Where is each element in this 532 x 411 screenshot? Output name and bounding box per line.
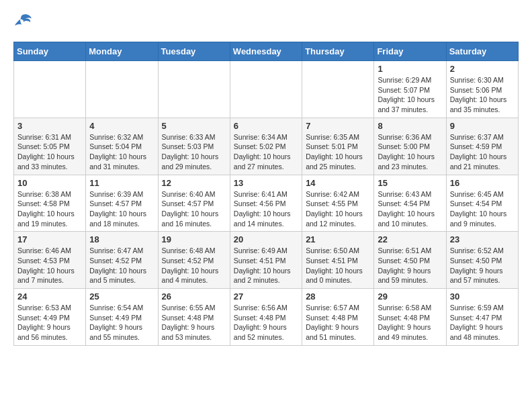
logo-bird-icon <box>13 13 32 28</box>
calendar-cell: 16Sunrise: 6:45 AMSunset: 4:54 PMDayligh… <box>446 175 518 232</box>
day-info: Sunrise: 6:47 AMSunset: 4:52 PMDaylight:… <box>89 246 154 285</box>
calendar-cell: 24Sunrise: 6:53 AMSunset: 4:49 PMDayligh… <box>14 289 86 346</box>
day-number: 3 <box>17 121 82 131</box>
day-number: 10 <box>17 178 82 188</box>
day-number: 30 <box>450 291 515 302</box>
day-info: Sunrise: 6:41 AMSunset: 4:56 PMDaylight:… <box>234 189 298 229</box>
day-number: 7 <box>306 121 370 131</box>
day-info: Sunrise: 6:32 AMSunset: 5:04 PMDaylight:… <box>89 132 154 172</box>
calendar-cell: 15Sunrise: 6:43 AMSunset: 4:54 PMDayligh… <box>374 175 446 232</box>
day-number: 9 <box>450 121 515 131</box>
calendar-cell: 2Sunrise: 6:30 AMSunset: 5:06 PMDaylight… <box>446 61 518 118</box>
calendar-cell: 28Sunrise: 6:57 AMSunset: 4:48 PMDayligh… <box>302 289 374 346</box>
calendar-cell: 18Sunrise: 6:47 AMSunset: 4:52 PMDayligh… <box>86 232 158 289</box>
day-number: 27 <box>234 291 298 302</box>
day-number: 18 <box>89 234 154 244</box>
calendar-cell: 9Sunrise: 6:37 AMSunset: 4:59 PMDaylight… <box>446 118 518 175</box>
day-info: Sunrise: 6:57 AMSunset: 4:48 PMDaylight:… <box>306 303 370 342</box>
day-number: 21 <box>306 234 370 244</box>
day-number: 16 <box>450 178 515 188</box>
day-info: Sunrise: 6:46 AMSunset: 4:53 PMDaylight:… <box>17 246 82 285</box>
calendar-cell: 4Sunrise: 6:32 AMSunset: 5:04 PMDaylight… <box>86 118 158 175</box>
calendar-cell: 22Sunrise: 6:51 AMSunset: 4:50 PMDayligh… <box>374 232 446 289</box>
logo <box>13 13 35 31</box>
calendar-cell <box>86 61 158 118</box>
day-info: Sunrise: 6:40 AMSunset: 4:57 PMDaylight:… <box>162 189 226 229</box>
day-info: Sunrise: 6:31 AMSunset: 5:05 PMDaylight:… <box>17 132 82 172</box>
day-info: Sunrise: 6:35 AMSunset: 5:01 PMDaylight:… <box>306 132 370 172</box>
day-info: Sunrise: 6:42 AMSunset: 4:55 PMDaylight:… <box>306 189 370 229</box>
day-info: Sunrise: 6:50 AMSunset: 4:51 PMDaylight:… <box>306 246 370 285</box>
calendar-cell <box>14 61 86 118</box>
day-number: 23 <box>450 234 515 244</box>
day-info: Sunrise: 6:52 AMSunset: 4:50 PMDaylight:… <box>450 246 515 285</box>
day-number: 28 <box>306 291 370 302</box>
weekday-header-tuesday: Tuesday <box>158 42 230 61</box>
day-number: 22 <box>378 234 442 244</box>
day-info: Sunrise: 6:51 AMSunset: 4:50 PMDaylight:… <box>378 246 442 285</box>
calendar-cell <box>158 61 230 118</box>
calendar-cell: 14Sunrise: 6:42 AMSunset: 4:55 PMDayligh… <box>302 175 374 232</box>
day-info: Sunrise: 6:38 AMSunset: 4:58 PMDaylight:… <box>17 189 82 229</box>
calendar-cell: 19Sunrise: 6:48 AMSunset: 4:52 PMDayligh… <box>158 232 230 289</box>
calendar-cell: 13Sunrise: 6:41 AMSunset: 4:56 PMDayligh… <box>230 175 302 232</box>
weekday-header-sunday: Sunday <box>14 42 86 61</box>
day-number: 26 <box>162 291 226 302</box>
calendar-cell: 25Sunrise: 6:54 AMSunset: 4:49 PMDayligh… <box>86 289 158 346</box>
day-info: Sunrise: 6:48 AMSunset: 4:52 PMDaylight:… <box>162 246 226 285</box>
calendar-cell: 7Sunrise: 6:35 AMSunset: 5:01 PMDaylight… <box>302 118 374 175</box>
day-info: Sunrise: 6:58 AMSunset: 4:48 PMDaylight:… <box>378 303 442 342</box>
weekday-header-friday: Friday <box>374 42 446 61</box>
day-info: Sunrise: 6:37 AMSunset: 4:59 PMDaylight:… <box>450 132 515 172</box>
day-info: Sunrise: 6:34 AMSunset: 5:02 PMDaylight:… <box>234 132 298 172</box>
calendar-cell: 27Sunrise: 6:56 AMSunset: 4:48 PMDayligh… <box>230 289 302 346</box>
calendar-cell: 21Sunrise: 6:50 AMSunset: 4:51 PMDayligh… <box>302 232 374 289</box>
calendar-cell: 8Sunrise: 6:36 AMSunset: 5:00 PMDaylight… <box>374 118 446 175</box>
calendar-cell: 1Sunrise: 6:29 AMSunset: 5:07 PMDaylight… <box>374 61 446 118</box>
calendar-cell: 29Sunrise: 6:58 AMSunset: 4:48 PMDayligh… <box>374 289 446 346</box>
day-info: Sunrise: 6:55 AMSunset: 4:48 PMDaylight:… <box>162 303 226 342</box>
day-number: 6 <box>234 121 298 131</box>
calendar-cell: 17Sunrise: 6:46 AMSunset: 4:53 PMDayligh… <box>14 232 86 289</box>
weekday-header-monday: Monday <box>86 42 158 61</box>
calendar-cell: 6Sunrise: 6:34 AMSunset: 5:02 PMDaylight… <box>230 118 302 175</box>
day-number: 19 <box>162 234 226 244</box>
day-number: 13 <box>234 178 298 188</box>
calendar-cell: 10Sunrise: 6:38 AMSunset: 4:58 PMDayligh… <box>14 175 86 232</box>
day-number: 5 <box>162 121 226 131</box>
weekday-header-wednesday: Wednesday <box>230 42 302 61</box>
day-number: 17 <box>17 234 82 244</box>
day-number: 12 <box>162 178 226 188</box>
calendar-cell: 26Sunrise: 6:55 AMSunset: 4:48 PMDayligh… <box>158 289 230 346</box>
day-info: Sunrise: 6:45 AMSunset: 4:54 PMDaylight:… <box>450 189 515 229</box>
day-info: Sunrise: 6:43 AMSunset: 4:54 PMDaylight:… <box>378 189 442 229</box>
day-number: 20 <box>234 234 298 244</box>
day-number: 25 <box>89 291 154 302</box>
day-number: 11 <box>89 178 154 188</box>
day-info: Sunrise: 6:56 AMSunset: 4:48 PMDaylight:… <box>234 303 298 342</box>
calendar-table: SundayMondayTuesdayWednesdayThursdayFrid… <box>13 42 519 346</box>
calendar-cell <box>302 61 374 118</box>
calendar-cell <box>230 61 302 118</box>
day-number: 4 <box>89 121 154 131</box>
calendar-cell: 12Sunrise: 6:40 AMSunset: 4:57 PMDayligh… <box>158 175 230 232</box>
calendar-cell: 23Sunrise: 6:52 AMSunset: 4:50 PMDayligh… <box>446 232 518 289</box>
day-number: 15 <box>378 178 442 188</box>
day-info: Sunrise: 6:36 AMSunset: 5:00 PMDaylight:… <box>378 132 442 172</box>
weekday-header-saturday: Saturday <box>446 42 518 61</box>
day-number: 2 <box>450 64 515 74</box>
day-info: Sunrise: 6:53 AMSunset: 4:49 PMDaylight:… <box>17 303 82 342</box>
calendar-cell: 20Sunrise: 6:49 AMSunset: 4:51 PMDayligh… <box>230 232 302 289</box>
calendar-cell: 5Sunrise: 6:33 AMSunset: 5:03 PMDaylight… <box>158 118 230 175</box>
day-info: Sunrise: 6:29 AMSunset: 5:07 PMDaylight:… <box>378 75 442 115</box>
calendar-cell: 3Sunrise: 6:31 AMSunset: 5:05 PMDaylight… <box>14 118 86 175</box>
day-number: 1 <box>378 64 442 74</box>
day-number: 8 <box>378 121 442 131</box>
day-number: 24 <box>17 291 82 302</box>
day-number: 14 <box>306 178 370 188</box>
day-info: Sunrise: 6:30 AMSunset: 5:06 PMDaylight:… <box>450 75 515 115</box>
day-info: Sunrise: 6:59 AMSunset: 4:47 PMDaylight:… <box>450 303 515 342</box>
header <box>13 13 519 31</box>
calendar-cell: 11Sunrise: 6:39 AMSunset: 4:57 PMDayligh… <box>86 175 158 232</box>
calendar-cell: 30Sunrise: 6:59 AMSunset: 4:47 PMDayligh… <box>446 289 518 346</box>
